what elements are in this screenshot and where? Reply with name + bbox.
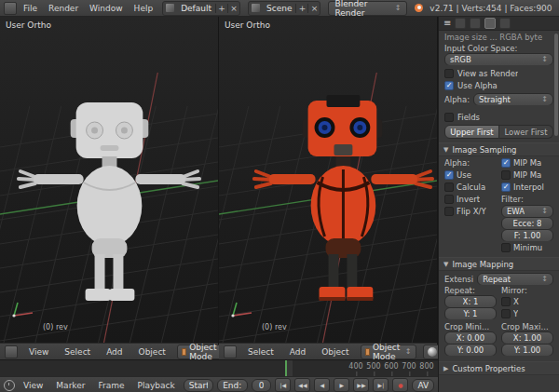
menu-help[interactable]: Help [130,4,158,13]
ruler-label: 800 [419,362,433,371]
select-menu[interactable]: Select [60,347,95,357]
lower-first-button[interactable]: Lower First [499,125,553,139]
object-menu[interactable]: Object [134,347,170,357]
scene-close-button[interactable]: × [307,4,320,13]
start-frame-field[interactable]: Start: 1 [184,379,213,392]
add-menu[interactable]: Add [102,347,127,357]
scene-selector[interactable]: Scene + × [248,1,320,16]
menu-file[interactable]: File [19,4,42,13]
view-menu[interactable]: View [24,347,53,357]
repeat-y-value: Y: 1 [463,309,477,318]
menu-icon[interactable]: ≡ [443,19,451,28]
viewport-right-canvas[interactable]: User Ortho (0) rev [219,17,437,343]
scene-name[interactable]: Scene [263,4,295,13]
current-frame-cursor[interactable] [285,360,287,376]
crop-min-x-field[interactable]: X: 0.00 [444,331,497,344]
custom-properties-panel-header[interactable]: ▶ Custom Properties [439,361,559,375]
image-mapping-panel-header[interactable]: ▼ Image Mapping [439,257,559,271]
crop-min-y-field[interactable]: Y: 0.00 [444,344,497,356]
mip-map-gauss-checkbox[interactable]: MIP Ma [501,169,553,181]
properties-tab-icon[interactable] [499,18,511,29]
mirror-x-checkbox[interactable]: X [501,295,553,307]
play-reverse-button[interactable]: ◀ [314,378,330,392]
current-frame-field[interactable]: 0 [252,379,272,392]
layout-add-button[interactable]: + [215,4,227,13]
filter-size-field[interactable]: F: 1.00 [501,229,553,241]
editor-type-icon[interactable] [224,345,237,358]
calculate-checkbox[interactable]: Calcula [444,181,497,193]
mip-map-checkbox[interactable]: ✓MIP Ma [501,156,553,169]
crop-max-y-field[interactable]: Y: 1.00 [501,344,553,356]
repeat-y-field[interactable]: Y: 1 [444,307,497,319]
interpolation-checkbox[interactable]: ✓Interpol [501,181,553,193]
properties-scrollbar[interactable] [554,34,558,136]
fields-checkbox[interactable]: Fields [439,111,559,123]
properties-tab-icon[interactable] [470,18,481,29]
checkbox-label: MIP Ma [513,158,541,168]
layout-close-button[interactable]: × [227,4,239,13]
scene-browse-icon[interactable] [252,4,260,12]
color-space-dropdown[interactable]: sRGB ↕ [444,53,553,65]
filter-size-value: F: 1.00 [514,231,541,240]
prev-keyframe-button[interactable]: ◀◀ [294,378,310,392]
timeline-ruler[interactable]: 400 500 600 700 800 [0,359,438,376]
next-keyframe-button[interactable]: ▶▶ [353,378,369,392]
upper-first-button[interactable]: Upper First [444,125,499,139]
timeline-marker-menu[interactable]: Marker [51,381,89,390]
record-button[interactable]: ● [392,378,408,392]
timeline-view-menu[interactable]: View [19,381,48,390]
av-sync-label: AV-s [417,381,429,390]
editor-type-icon[interactable] [5,345,18,358]
repeat-x-field[interactable]: X: 1 [444,295,497,307]
menu-window[interactable]: Window [85,4,128,13]
menu-render[interactable]: Render [44,4,83,13]
use-alpha-checkbox[interactable]: ✓ Use Alpha [439,79,559,91]
properties-tab-icon[interactable] [455,18,466,29]
dropdown-arrows-icon: ↕ [541,95,548,103]
mini-axis-gizmo [228,300,254,322]
mode-dropdown[interactable]: Object Mode ↕ [361,345,416,359]
object-menu[interactable]: Object [317,347,353,357]
render-engine-dropdown[interactable]: Blender Render ↕ [328,1,407,16]
end-frame-field[interactable]: End: 34 [217,379,247,392]
timeline-frame-menu[interactable]: Frame [93,381,129,390]
add-menu[interactable]: Add [285,347,310,357]
checkbox [501,170,511,180]
alpha-mode-dropdown[interactable]: Straight ↕ [473,93,553,105]
checkbox [501,309,511,318]
play-button[interactable]: ▶ [334,378,349,392]
invert-checkbox[interactable]: Invert [444,193,497,205]
jump-to-end-button[interactable]: ▶| [373,378,389,392]
layout-name[interactable]: Default [177,4,215,13]
flip-xy-checkbox[interactable]: Flip X/Y [444,205,497,217]
viewport-left-header: View Select Add Object Object Mode ↕ ↕ [0,343,218,359]
crop-max-x-field[interactable]: X: 1.00 [501,331,553,344]
select-menu[interactable]: Select [243,347,279,357]
timeline-playback-menu[interactable]: Playback [133,381,180,390]
robot-model-clay[interactable] [0,17,218,343]
layout-browse-icon[interactable] [166,4,174,12]
crop-min-label: Crop Mini... [444,322,489,331]
image-sampling-panel-header[interactable]: ▼ Image Sampling [439,142,559,156]
viewport-left-canvas[interactable]: User Ortho (0) rev [0,17,218,343]
scene-add-button[interactable]: + [295,4,307,13]
properties-tab-texture-icon[interactable] [484,18,496,29]
view-as-render-checkbox[interactable]: View as Render [439,67,559,79]
timeline-editor-icon[interactable] [4,380,15,391]
robot-model-textured[interactable] [219,17,437,343]
minimum-checkbox[interactable]: Minimu [501,241,553,253]
filter-dropdown[interactable]: EWA↕ [501,205,553,217]
screen-layout-selector[interactable]: Default + × [162,1,240,16]
editor-type-icon[interactable] [4,2,17,15]
checkbox-checked: ✓ [444,170,454,180]
jump-to-start-button[interactable]: |◀ [275,378,291,392]
extension-dropdown[interactable]: Repeat ↕ [477,273,553,285]
repeat-x-value: X: 1 [463,297,479,306]
av-sync-button[interactable]: AV-s [412,379,434,392]
eccentricity-field[interactable]: Ecce: 8 [501,217,553,229]
color-space-value: sRGB [450,55,471,64]
field-order-toggle: Upper First Lower First [439,125,559,139]
use-checkbox[interactable]: ✓Use [444,169,497,181]
mirror-y-checkbox[interactable]: Y [501,307,553,319]
checkbox-checked: ✓ [444,81,454,90]
